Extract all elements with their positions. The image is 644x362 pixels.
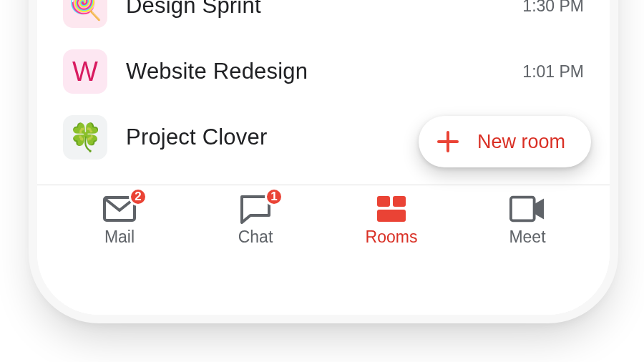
nav-meet[interactable]: Meet [467, 193, 588, 247]
room-avatar: 🍭 [63, 0, 107, 28]
rooms-icon [374, 193, 409, 225]
room-row[interactable]: 🍭 Design Sprint 1:30 PM [37, 0, 610, 39]
nav-chat[interactable]: 1 Chat [195, 193, 316, 247]
chat-badge: 1 [265, 187, 283, 206]
nav-label: Chat [238, 228, 273, 247]
svg-rect-4 [511, 197, 535, 221]
nav-label: Meet [509, 228, 545, 247]
phone-screen: 🍭 Design Sprint 1:30 PM W Website Redesi… [37, 0, 610, 315]
new-room-label: New room [477, 131, 565, 153]
nav-label: Mail [104, 228, 135, 247]
room-time: 1:01 PM [522, 62, 584, 82]
room-title: Design Sprint [126, 0, 514, 19]
nav-rooms[interactable]: Rooms [331, 193, 452, 247]
phone-frame: 🍭 Design Sprint 1:30 PM W Website Redesi… [37, 0, 610, 315]
room-avatar: 🍀 [63, 115, 107, 160]
meet-icon [509, 193, 545, 225]
chat-icon: 1 [238, 193, 273, 225]
room-title: Website Redesign [126, 59, 514, 84]
svg-rect-2 [393, 196, 406, 207]
screenshot-stage: 🍭 Design Sprint 1:30 PM W Website Redesi… [0, 0, 644, 362]
nav-mail[interactable]: 2 Mail [59, 193, 180, 247]
room-avatar: W [63, 49, 107, 94]
svg-rect-1 [377, 196, 390, 207]
room-row[interactable]: W Website Redesign 1:01 PM [37, 39, 610, 104]
new-room-fab[interactable]: New room [419, 116, 591, 167]
bottom-nav: 2 Mail 1 Chat [37, 193, 610, 272]
plus-icon [437, 131, 459, 152]
mail-badge: 2 [129, 187, 147, 206]
svg-rect-3 [377, 210, 406, 222]
nav-label: Rooms [366, 228, 418, 247]
nav-divider [37, 185, 610, 185]
mail-icon: 2 [102, 193, 137, 225]
room-time: 1:30 PM [522, 0, 584, 16]
